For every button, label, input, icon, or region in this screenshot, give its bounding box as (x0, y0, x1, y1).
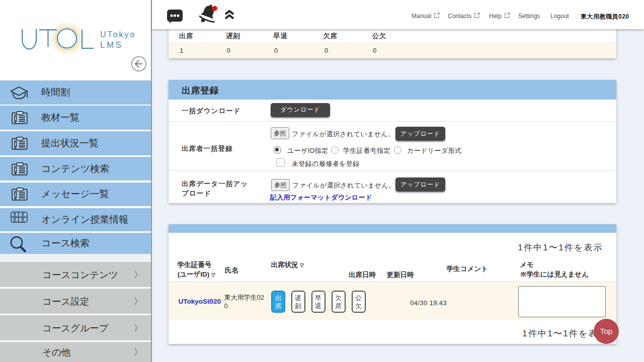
svg-text:LMS: LMS (100, 40, 123, 50)
svg-text:UTokyo: UTokyo (100, 30, 136, 39)
